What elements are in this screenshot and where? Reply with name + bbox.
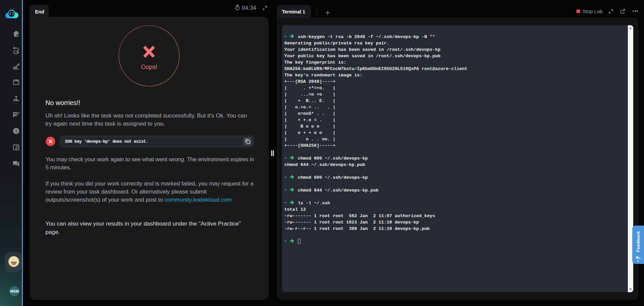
svg-text:Oops!: Oops! xyxy=(141,63,157,70)
